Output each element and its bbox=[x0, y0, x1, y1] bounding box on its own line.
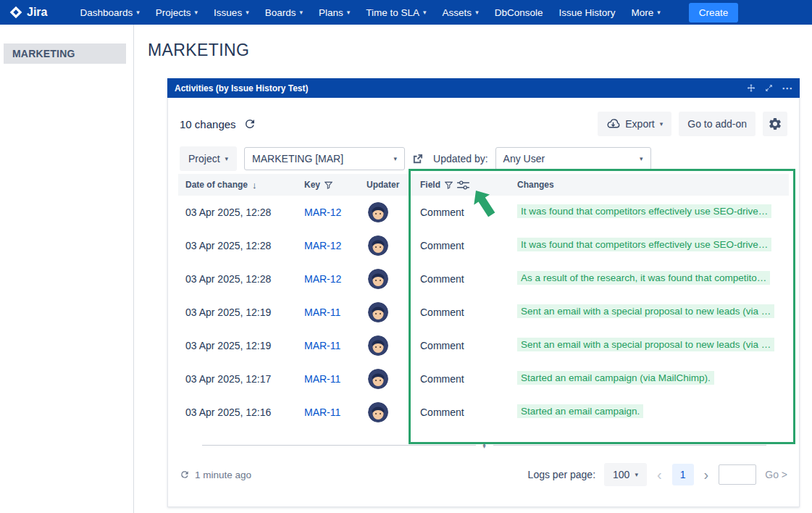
gadget-footer: 1 minute ago Logs per page: 100 ▾ ‹ 1 › … bbox=[180, 463, 787, 486]
settings-gear-icon[interactable] bbox=[763, 112, 787, 136]
row-date: 03 Apr 2025, 12:19 bbox=[178, 306, 297, 318]
logs-per-page-select[interactable]: 100 ▾ bbox=[604, 463, 647, 486]
updated-by-label: Updated by: bbox=[433, 153, 488, 164]
menu-projects[interactable]: Projects▾ bbox=[148, 0, 206, 25]
chevron-down-icon: ▾ bbox=[475, 9, 479, 16]
chevron-down-icon: ▾ bbox=[640, 155, 643, 162]
gadget-title: Activities (by Issue History Test) bbox=[175, 83, 309, 93]
row-date: 03 Apr 2025, 12:28 bbox=[178, 240, 297, 251]
chevron-down-icon: ▾ bbox=[394, 155, 398, 162]
header-field[interactable]: Field bbox=[413, 180, 510, 190]
goto-addon-button[interactable]: Go to add-on bbox=[679, 112, 756, 136]
table-row: 03 Apr 2025, 12:19 MAR-11 Comment Sent a… bbox=[178, 296, 789, 329]
chevron-down-icon: ▾ bbox=[657, 9, 661, 16]
menu-boards[interactable]: Boards▾ bbox=[257, 0, 311, 25]
scope-selector-button[interactable]: Project ▾ bbox=[180, 146, 237, 171]
row-field: Comment bbox=[413, 207, 510, 218]
filter-icon[interactable] bbox=[325, 181, 332, 189]
issue-key-link[interactable]: MAR-12 bbox=[304, 207, 341, 218]
row-date: 03 Apr 2025, 12:16 bbox=[178, 406, 297, 418]
menu-issue-history[interactable]: Issue History bbox=[551, 0, 623, 25]
chevron-down-icon: ▾ bbox=[299, 9, 303, 16]
row-change-value: Sent an email with a special proposal to… bbox=[517, 338, 774, 351]
chevron-down-icon: ▾ bbox=[423, 9, 427, 16]
export-button[interactable]: Export ▾ bbox=[598, 112, 671, 136]
refresh-icon[interactable] bbox=[243, 117, 256, 130]
header-date-of-change[interactable]: Date of change ↓ bbox=[178, 180, 297, 191]
table-row: 03 Apr 2025, 12:17 MAR-11 Comment Starte… bbox=[178, 362, 789, 396]
chevron-down-icon: ▾ bbox=[195, 9, 198, 16]
row-date: 03 Apr 2025, 12:17 bbox=[178, 373, 297, 385]
user-avatar[interactable] bbox=[368, 235, 388, 256]
issue-key-link[interactable]: MAR-12 bbox=[304, 273, 341, 285]
user-avatar[interactable] bbox=[368, 402, 388, 422]
row-date: 03 Apr 2025, 12:28 bbox=[178, 207, 297, 218]
chevron-down-icon: ▾ bbox=[660, 120, 664, 128]
menu-more[interactable]: More▾ bbox=[623, 0, 668, 25]
page-jump-input[interactable] bbox=[719, 464, 756, 485]
row-field: Comment bbox=[413, 273, 510, 285]
table-row: 03 Apr 2025, 12:28 MAR-12 Comment As a r… bbox=[178, 262, 789, 296]
current-page-button[interactable]: 1 bbox=[672, 464, 694, 485]
resize-handle-icon[interactable]: ▴ ▾ bbox=[476, 440, 493, 451]
brand-label: Jira bbox=[27, 6, 47, 19]
sidebar: MARKETING bbox=[0, 25, 134, 513]
prev-page-icon[interactable]: ‹ bbox=[656, 467, 664, 482]
row-field: Comment bbox=[413, 306, 510, 318]
row-field: Comment bbox=[413, 373, 510, 385]
header-updater: Updater bbox=[359, 180, 413, 190]
go-to-page-button[interactable]: Go > bbox=[765, 469, 787, 480]
column-settings-icon[interactable] bbox=[457, 180, 469, 190]
updated-by-select[interactable]: Any User ▾ bbox=[495, 147, 651, 170]
jira-logo[interactable]: Jira bbox=[9, 5, 47, 20]
row-change-value: As a result of the research, it was foun… bbox=[517, 271, 770, 285]
row-field: Comment bbox=[413, 340, 510, 351]
chevron-down-icon: ▾ bbox=[136, 9, 140, 16]
more-icon[interactable]: ⋯ bbox=[782, 83, 792, 93]
row-date: 03 Apr 2025, 12:19 bbox=[178, 340, 297, 351]
move-icon[interactable] bbox=[746, 83, 756, 93]
row-change-value: It was found that competitors effectivel… bbox=[517, 204, 771, 218]
table-resize-divider: ▴ ▾ bbox=[202, 445, 766, 446]
row-change-value: Started an email campaign (via MailChimp… bbox=[517, 371, 714, 385]
menu-dbconsole[interactable]: DbConsole bbox=[487, 0, 551, 25]
row-date: 03 Apr 2025, 12:28 bbox=[178, 273, 297, 285]
header-key[interactable]: Key bbox=[297, 180, 359, 190]
user-avatar[interactable] bbox=[368, 302, 388, 322]
menu-assets[interactable]: Assets▾ bbox=[435, 0, 487, 25]
user-avatar[interactable] bbox=[368, 369, 388, 389]
user-avatar[interactable] bbox=[368, 269, 388, 289]
user-avatar[interactable] bbox=[368, 202, 388, 222]
issue-key-link[interactable]: MAR-11 bbox=[304, 406, 340, 418]
issue-key-link[interactable]: MAR-11 bbox=[304, 373, 340, 385]
last-refreshed[interactable]: 1 minute ago bbox=[180, 470, 251, 480]
issue-key-link[interactable]: MAR-11 bbox=[304, 306, 340, 318]
user-avatar[interactable] bbox=[368, 335, 388, 356]
menu-dashboards[interactable]: Dashboards▾ bbox=[72, 0, 147, 25]
project-select[interactable]: MARKETING [MAR] ▾ bbox=[244, 147, 405, 170]
table-header-row: Date of change ↓ Key Updater bbox=[178, 174, 789, 196]
menu-issues[interactable]: Issues▾ bbox=[206, 0, 257, 25]
issue-key-link[interactable]: MAR-12 bbox=[304, 240, 341, 251]
row-change-value: It was found that competitors effectivel… bbox=[517, 238, 771, 251]
row-change-value: Started an email campaign. bbox=[517, 404, 643, 418]
logs-per-page-label: Logs per page: bbox=[528, 469, 595, 480]
next-page-icon[interactable]: › bbox=[703, 467, 711, 482]
caret-down-icon: ▾ bbox=[482, 446, 485, 449]
main-menu: Dashboards▾ Projects▾ Issues▾ Boards▾ Pl… bbox=[72, 0, 668, 25]
jira-logo-icon bbox=[9, 5, 23, 20]
filter-icon[interactable] bbox=[445, 181, 453, 189]
sort-desc-icon[interactable]: ↓ bbox=[252, 180, 257, 191]
gadget-toolbar: 10 changes Export ▾ Go to add-on bbox=[180, 111, 787, 137]
external-link-icon[interactable] bbox=[412, 154, 423, 164]
menu-plans[interactable]: Plans▾ bbox=[311, 0, 358, 25]
table-row: 03 Apr 2025, 12:16 MAR-11 Comment Starte… bbox=[178, 396, 789, 429]
expand-icon[interactable] bbox=[764, 83, 774, 93]
sidebar-item-marketing[interactable]: MARKETING bbox=[4, 43, 126, 64]
chevron-down-icon: ▾ bbox=[225, 155, 229, 162]
activity-table: Date of change ↓ Key Updater bbox=[168, 174, 799, 429]
issue-key-link[interactable]: MAR-11 bbox=[304, 340, 340, 351]
create-button[interactable]: Create bbox=[689, 3, 739, 22]
gadget-header: Activities (by Issue History Test) ⋯ bbox=[167, 78, 800, 98]
menu-time-to-sla[interactable]: Time to SLA▾ bbox=[358, 0, 434, 25]
